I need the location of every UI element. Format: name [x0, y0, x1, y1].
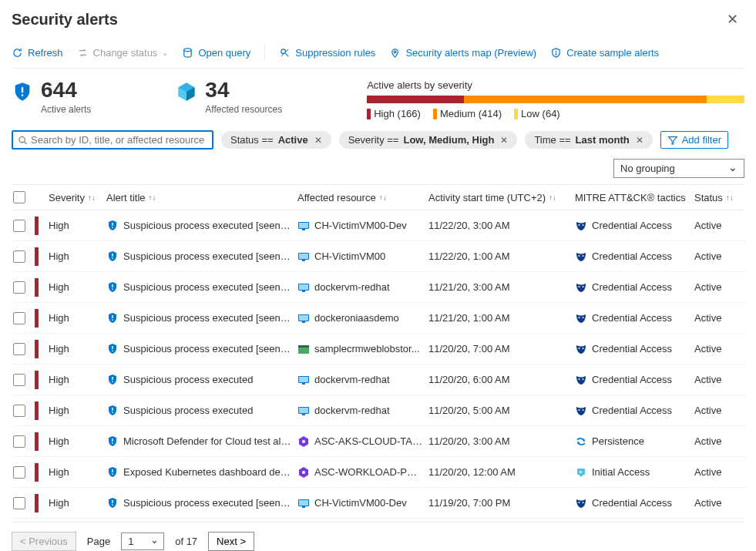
table-row[interactable]: HighMicrosoft Defender for Cloud test al…: [12, 426, 744, 457]
row-checkbox[interactable]: [13, 343, 25, 355]
severity-summary: Active alerts by severity High (166) Med…: [367, 79, 744, 119]
alerts-map-label: Security alerts map (Preview): [405, 47, 536, 59]
title-cell: Suspicious process executed [seen ...: [106, 220, 297, 232]
activity-cell: 11/22/20, 3:00 AM: [428, 220, 575, 231]
page-label: Page: [87, 536, 110, 547]
filters-row: Status == Active ✕ Severity == Low, Medi…: [12, 130, 744, 150]
col-tactics-label: MITRE ATT&CK® tactics: [575, 192, 686, 203]
open-query-icon: [182, 47, 193, 59]
severity-cell: High: [49, 374, 106, 385]
alerts-map-button[interactable]: Security alerts map (Preview): [389, 47, 536, 59]
table-row[interactable]: HighSuspicious process executed [seen ..…: [12, 210, 744, 241]
page-value: 1: [128, 536, 133, 547]
filter-severity-remove[interactable]: ✕: [500, 135, 508, 146]
row-checkbox[interactable]: [13, 281, 25, 294]
activity-cell: 11/21/20, 3:00 AM: [428, 281, 575, 293]
col-status[interactable]: Status↑↓: [694, 192, 741, 203]
tactic-icon: [575, 435, 587, 448]
col-tactics[interactable]: MITRE ATT&CK® tactics: [575, 192, 694, 203]
resource-icon: [297, 312, 310, 324]
next-page-button[interactable]: Next >: [208, 532, 254, 551]
row-checkbox[interactable]: [13, 374, 25, 386]
table-row[interactable]: HighSuspicious process executeddockervm-…: [12, 365, 744, 395]
active-alerts-label: Active alerts: [41, 104, 91, 115]
refresh-icon: [12, 47, 23, 59]
change-status-icon: [77, 47, 89, 59]
resource-cell: CH-VictimVM00-Dev: [297, 497, 428, 509]
col-title[interactable]: Alert title↑↓: [106, 192, 297, 203]
col-severity[interactable]: Severity↑↓: [49, 192, 106, 203]
select-all-checkbox[interactable]: [13, 191, 25, 203]
row-checkbox[interactable]: [13, 250, 25, 263]
row-checkbox[interactable]: [13, 466, 25, 479]
open-query-button[interactable]: Open query: [182, 47, 250, 59]
change-status-label: Change status: [93, 47, 158, 59]
col-resource[interactable]: Affected resource↑↓: [297, 192, 428, 203]
search-input-wrapper[interactable]: [12, 130, 213, 150]
legend-high: High (166): [367, 108, 421, 119]
tactic-cell: Credential Access: [575, 497, 694, 509]
stat-affected-resources: 34 Affected resources: [176, 79, 282, 115]
title-cell: Suspicious process executed [seen ...: [106, 343, 297, 355]
resource-cell: dockervm-redhat: [297, 405, 428, 417]
severity-cell: High: [49, 250, 106, 262]
table-body: HighSuspicious process executed [seen ..…: [12, 210, 744, 519]
row-checkbox[interactable]: [13, 497, 25, 509]
legend-low: Low (64): [514, 108, 560, 119]
activity-cell: 11/20/20, 7:00 AM: [428, 343, 575, 354]
table-header: Severity↑↓ Alert title↑↓ Affected resour…: [12, 184, 744, 210]
alert-shield-icon: [106, 312, 119, 324]
table-row[interactable]: HighSuspicious process executed [seen ..…: [12, 241, 744, 272]
table-row[interactable]: HighSuspicious process executeddockervm-…: [12, 395, 744, 426]
tactic-icon: [575, 343, 587, 355]
sev-bar-low: [707, 96, 744, 103]
table-row[interactable]: HighSuspicious process executed [seen ..…: [12, 488, 744, 519]
prev-page-button[interactable]: < Previous: [12, 532, 76, 551]
alert-shield-icon: [106, 374, 119, 386]
row-checkbox[interactable]: [13, 435, 25, 448]
row-checkbox[interactable]: [13, 312, 25, 324]
add-filter-button[interactable]: Add filter: [660, 131, 728, 149]
severity-cell: High: [49, 281, 106, 293]
activity-cell: 11/19/20, 7:00 PM: [428, 497, 575, 509]
shield-warn-icon: [12, 81, 33, 102]
table-row[interactable]: HighSuspicious process executed [seen ..…: [12, 303, 744, 334]
tactic-icon: [575, 220, 587, 232]
row-checkbox[interactable]: [13, 405, 25, 417]
severity-legend: High (166) Medium (414) Low (64): [367, 108, 744, 119]
filter-time-remove[interactable]: ✕: [636, 135, 643, 146]
resource-cell: CH-VictimVM00-Dev: [297, 220, 428, 232]
severity-stripe: [35, 278, 39, 297]
toolbar: Refresh Change status ⌄ Open query Suppr…: [12, 45, 744, 69]
tactic-icon: [575, 312, 587, 324]
status-cell: Active: [694, 405, 741, 416]
row-checkbox[interactable]: [13, 220, 25, 232]
filter-status-pill[interactable]: Status == Active ✕: [221, 131, 331, 149]
table-row[interactable]: HighExposed Kubernetes dashboard det...A…: [12, 457, 744, 488]
resource-cell: dockeroniaasdemo: [297, 312, 428, 324]
alert-shield-icon: [106, 281, 119, 294]
filter-status-remove[interactable]: ✕: [314, 135, 322, 146]
page-select[interactable]: 1: [121, 533, 164, 550]
table-row[interactable]: HighSuspicious process executed [seen ..…: [12, 334, 744, 365]
resource-icon: [297, 374, 310, 386]
tactic-cell: Credential Access: [575, 250, 694, 263]
col-activity[interactable]: Activity start time (UTC+2)↑↓: [428, 192, 575, 203]
suppression-rules-button[interactable]: Suppression rules: [279, 47, 375, 59]
table-row[interactable]: HighSuspicious process executed [seen ..…: [12, 272, 744, 303]
resource-cell: CH-VictimVM00: [297, 250, 428, 263]
filter-time-pill[interactable]: Time == Last month ✕: [525, 131, 652, 149]
affected-resources-count: 34: [205, 79, 282, 101]
sample-alerts-button[interactable]: Create sample alerts: [550, 47, 659, 59]
tactic-cell: Initial Access: [575, 466, 694, 479]
chevron-down-icon: ⌄: [162, 49, 168, 57]
refresh-button[interactable]: Refresh: [12, 47, 63, 59]
alert-shield-icon: [106, 250, 119, 263]
status-cell: Active: [694, 281, 741, 293]
filter-severity-pill[interactable]: Severity == Low, Medium, High ✕: [339, 131, 518, 149]
close-icon[interactable]: ✕: [721, 8, 744, 31]
severity-stripe: [35, 217, 39, 235]
severity-stripe: [35, 340, 39, 358]
search-input[interactable]: [31, 134, 207, 146]
grouping-select[interactable]: No grouping: [613, 159, 744, 178]
